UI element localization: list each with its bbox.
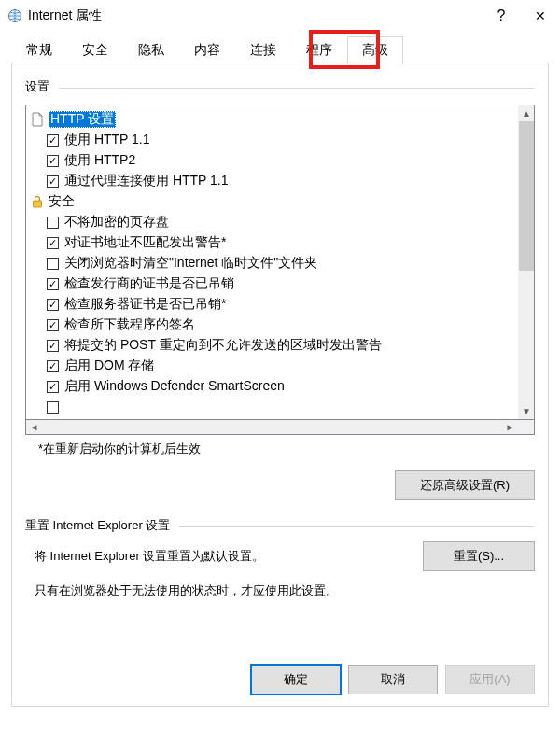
tab-content[interactable]: 内容 bbox=[179, 36, 235, 64]
checkbox[interactable] bbox=[47, 237, 59, 249]
scroll-left-icon[interactable]: ◄ bbox=[26, 419, 42, 434]
checkbox[interactable] bbox=[47, 360, 59, 372]
tab-programs[interactable]: 程序 bbox=[291, 36, 347, 64]
tab-panel-advanced: 设置 HTTP 设置 使用 HTTP 1.1使用 HTTP2通过代理连接使用 H… bbox=[11, 63, 549, 707]
reset-hint: 只有在浏览器处于无法使用的状态时，才应使用此设置。 bbox=[25, 582, 535, 599]
close-button[interactable]: ✕ bbox=[521, 0, 560, 32]
tab-advanced[interactable]: 高级 bbox=[347, 36, 403, 64]
tree-item-label: 检查发行商的证书是否已吊销 bbox=[64, 275, 234, 292]
svg-rect-1 bbox=[34, 201, 42, 207]
tree-item[interactable]: 将提交的 POST 重定向到不允许发送的区域时发出警告 bbox=[30, 335, 518, 356]
tab-strip: 常规 安全 隐私 内容 连接 程序 高级 bbox=[11, 35, 549, 63]
tree-section-security[interactable]: 安全 bbox=[30, 191, 518, 212]
reset-description: 将 Internet Explorer 设置重置为默认设置。 bbox=[25, 548, 423, 565]
tree-item[interactable]: 对证书地址不匹配发出警告* bbox=[30, 232, 518, 253]
tree-item[interactable]: 启用 DOM 存储 bbox=[30, 356, 518, 376]
window-title: Internet 属性 bbox=[28, 7, 482, 24]
tree-item[interactable] bbox=[30, 397, 518, 417]
tree-item-label: 检查服务器证书是否已吊销* bbox=[64, 296, 226, 313]
restore-advanced-button[interactable]: 还原高级设置(R) bbox=[395, 470, 535, 500]
checkbox[interactable] bbox=[47, 258, 59, 270]
tree-item[interactable]: 使用 HTTP 1.1 bbox=[30, 130, 518, 150]
checkbox[interactable] bbox=[47, 381, 59, 393]
globe-icon bbox=[7, 8, 22, 23]
document-icon bbox=[30, 112, 45, 127]
reset-group-label: 重置 Internet Explorer 设置 bbox=[25, 517, 535, 534]
cancel-button[interactable]: 取消 bbox=[348, 665, 438, 694]
help-button[interactable]: ? bbox=[482, 0, 521, 32]
tree-item[interactable]: 不将加密的页存盘 bbox=[30, 212, 518, 232]
tab-connections[interactable]: 连接 bbox=[235, 36, 291, 64]
tab-privacy[interactable]: 隐私 bbox=[123, 36, 179, 64]
settings-group-label: 设置 bbox=[25, 78, 535, 95]
tree-item-label: 将提交的 POST 重定向到不允许发送的区域时发出警告 bbox=[64, 337, 382, 354]
checkbox[interactable] bbox=[47, 299, 59, 311]
tree-item[interactable]: 检查服务器证书是否已吊销* bbox=[30, 294, 518, 315]
tree-item-label: 使用 HTTP 1.1 bbox=[64, 132, 150, 148]
lock-icon bbox=[30, 194, 45, 209]
tree-section-http-label: HTTP 设置 bbox=[49, 111, 116, 128]
tree-item-label: 启用 Windows Defender SmartScreen bbox=[64, 378, 285, 395]
dialog-footer: 确定 取消 应用(A) bbox=[12, 655, 548, 706]
scroll-right-icon[interactable]: ► bbox=[502, 419, 518, 434]
checkbox[interactable] bbox=[47, 319, 59, 331]
tree-item-label: 不将加密的页存盘 bbox=[64, 214, 169, 231]
tree-item-label: 启用 DOM 存储 bbox=[64, 357, 154, 374]
tree-item-label: 通过代理连接使用 HTTP 1.1 bbox=[64, 173, 229, 189]
tree-item-label: 检查所下载程序的签名 bbox=[64, 316, 195, 333]
restart-note: *在重新启动你的计算机后生效 bbox=[38, 441, 535, 457]
apply-button[interactable]: 应用(A) bbox=[445, 665, 535, 694]
checkbox[interactable] bbox=[47, 134, 59, 147]
tree-item[interactable]: 关闭浏览器时清空"Internet 临时文件"文件夹 bbox=[30, 253, 518, 273]
tree-item-label: 对证书地址不匹配发出警告* bbox=[64, 234, 226, 251]
tree-section-security-label: 安全 bbox=[49, 193, 75, 210]
checkbox[interactable] bbox=[47, 217, 59, 229]
tree-item[interactable]: 检查发行商的证书是否已吊销 bbox=[30, 273, 518, 294]
checkbox[interactable] bbox=[47, 340, 59, 352]
scroll-up-icon[interactable]: ▲ bbox=[519, 105, 534, 121]
tree-item[interactable]: 使用 HTTP2 bbox=[30, 150, 518, 171]
checkbox[interactable] bbox=[47, 401, 59, 414]
tree-item[interactable]: 通过代理连接使用 HTTP 1.1 bbox=[30, 171, 518, 191]
tab-general[interactable]: 常规 bbox=[11, 36, 67, 64]
checkbox[interactable] bbox=[47, 278, 59, 290]
horizontal-scrollbar[interactable]: ◄ ► bbox=[25, 419, 535, 435]
vertical-scrollbar[interactable]: ▲ ▼ bbox=[518, 105, 534, 419]
tab-security[interactable]: 安全 bbox=[67, 36, 123, 64]
checkbox[interactable] bbox=[47, 155, 59, 167]
checkbox[interactable] bbox=[47, 175, 59, 188]
tree-item[interactable]: 启用 Windows Defender SmartScreen bbox=[30, 376, 518, 397]
tree-section-http[interactable]: HTTP 设置 bbox=[30, 109, 518, 130]
ok-button[interactable]: 确定 bbox=[251, 665, 341, 694]
settings-tree[interactable]: HTTP 设置 使用 HTTP 1.1使用 HTTP2通过代理连接使用 HTTP… bbox=[25, 105, 535, 420]
scroll-thumb[interactable] bbox=[519, 121, 534, 271]
tree-item-label: 关闭浏览器时清空"Internet 临时文件"文件夹 bbox=[64, 255, 317, 272]
reset-button[interactable]: 重置(S)... bbox=[423, 541, 535, 571]
tree-item[interactable]: 检查所下载程序的签名 bbox=[30, 315, 518, 335]
scroll-down-icon[interactable]: ▼ bbox=[519, 403, 534, 419]
tree-item-label: 使用 HTTP2 bbox=[64, 152, 135, 169]
